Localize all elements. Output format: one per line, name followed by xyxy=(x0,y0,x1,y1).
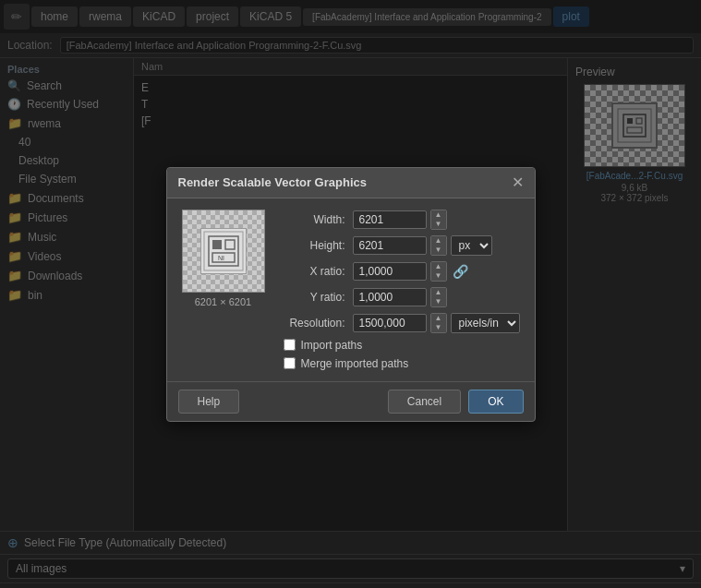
import-paths-checkbox[interactable] xyxy=(284,339,296,351)
merge-paths-row: Merge imported paths xyxy=(284,357,520,370)
xratio-row: X ratio: ▲ ▼ 🔗 xyxy=(276,261,520,282)
resolution-input[interactable] xyxy=(353,314,427,332)
xratio-input-group: ▲ ▼ 🔗 xyxy=(353,261,468,282)
height-row: Height: ▲ ▼ px mm cm in xyxy=(276,235,520,256)
width-spin-down[interactable]: ▼ xyxy=(431,220,446,229)
width-spin-up[interactable]: ▲ xyxy=(431,210,446,220)
import-paths-label: Import paths xyxy=(301,339,363,352)
height-spinner: ▲ ▼ xyxy=(430,235,447,256)
modal-ok-button[interactable]: OK xyxy=(468,390,523,414)
yratio-input-group: ▲ ▼ xyxy=(353,287,447,307)
resolution-row: Resolution: ▲ ▼ pixels/in pixels/cm pixe… xyxy=(276,313,520,333)
svg-rect-5 xyxy=(204,232,243,270)
resolution-spinner: ▲ ▼ xyxy=(430,313,447,333)
xratio-spin-down[interactable]: ▼ xyxy=(431,271,446,281)
modal-title: Render Scalable Vector Graphics xyxy=(178,175,367,189)
modal-cancel-button[interactable]: Cancel xyxy=(388,390,461,414)
yratio-spin-down[interactable]: ▼ xyxy=(431,297,446,306)
link-icon[interactable]: 🔗 xyxy=(453,264,468,279)
width-input-group: ▲ ▼ xyxy=(353,210,447,230)
import-paths-row: Import paths xyxy=(284,339,520,352)
yratio-input[interactable] xyxy=(353,288,427,306)
xratio-label: X ratio: xyxy=(276,265,345,278)
svg-rect-7 xyxy=(212,240,222,249)
height-label: Height: xyxy=(276,239,345,252)
modal-help-button[interactable]: Help xyxy=(178,390,240,414)
height-spin-down[interactable]: ▼ xyxy=(431,246,446,255)
modal-header: Render Scalable Vector Graphics ✕ xyxy=(167,168,535,198)
resolution-spin-down[interactable]: ▼ xyxy=(431,323,446,332)
modal-footer: Help Cancel OK xyxy=(167,381,535,421)
xratio-input[interactable] xyxy=(353,262,427,281)
unit-select[interactable]: px mm cm in xyxy=(451,235,492,256)
modal-preview-image: NI xyxy=(182,210,265,293)
modal-overlay: Render Scalable Vector Graphics ✕ NI xyxy=(0,0,701,588)
xratio-spin-up[interactable]: ▲ xyxy=(431,262,446,271)
resolution-unit-select[interactable]: pixels/in pixels/cm pixels/mm xyxy=(451,313,520,333)
modal-preview-section: NI 6201 × 6201 xyxy=(182,210,265,370)
modal-footer-actions: Cancel OK xyxy=(388,390,524,414)
merge-paths-label: Merge imported paths xyxy=(301,357,409,370)
svg-text:NI: NI xyxy=(218,255,224,261)
height-spin-up[interactable]: ▲ xyxy=(431,236,446,246)
width-row: Width: ▲ ▼ xyxy=(276,210,520,230)
modal-body: NI 6201 × 6201 Width: ▲ ▼ xyxy=(167,198,535,381)
resolution-spin-up[interactable]: ▲ xyxy=(431,314,446,323)
xratio-spinner: ▲ ▼ xyxy=(430,261,447,282)
width-label: Width: xyxy=(276,213,345,226)
modal-fields: Width: ▲ ▼ Height: ▲ xyxy=(276,210,520,370)
width-spinner: ▲ ▼ xyxy=(430,210,447,230)
width-input[interactable] xyxy=(353,210,427,229)
height-input[interactable] xyxy=(353,236,427,255)
height-input-group: ▲ ▼ px mm cm in xyxy=(353,235,496,256)
yratio-row: Y ratio: ▲ ▼ xyxy=(276,287,520,307)
yratio-spinner: ▲ ▼ xyxy=(430,287,447,307)
resolution-label: Resolution: xyxy=(276,317,345,330)
yratio-label: Y ratio: xyxy=(276,291,345,304)
modal-close-button[interactable]: ✕ xyxy=(512,175,524,190)
render-svg-modal: Render Scalable Vector Graphics ✕ NI xyxy=(166,167,536,422)
yratio-spin-up[interactable]: ▲ xyxy=(431,288,446,297)
modal-dims-label: 6201 × 6201 xyxy=(195,296,251,307)
resolution-input-group: ▲ ▼ pixels/in pixels/cm pixels/mm xyxy=(353,313,520,333)
modal-preview-thumbnail: NI xyxy=(200,228,247,274)
merge-paths-checkbox[interactable] xyxy=(284,357,296,369)
